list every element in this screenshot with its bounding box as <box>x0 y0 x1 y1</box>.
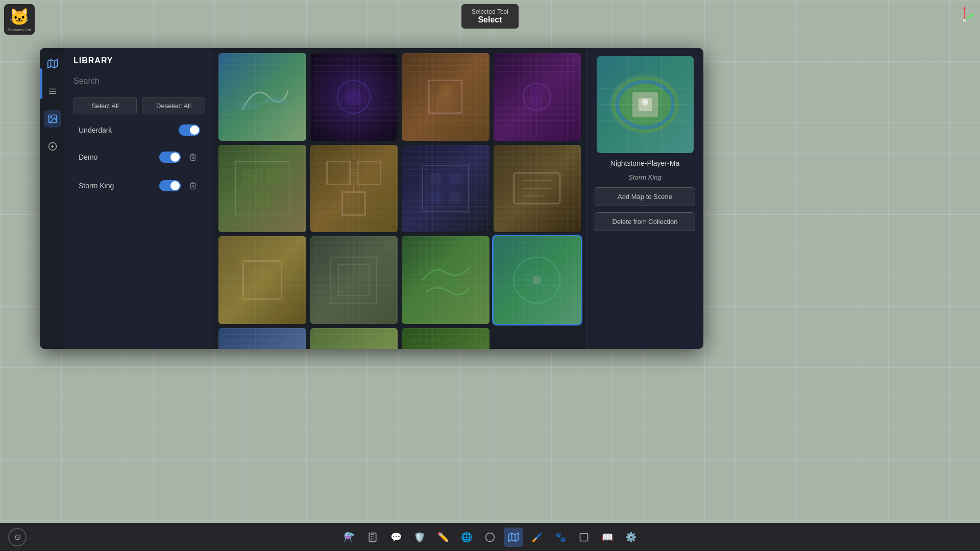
map-thumb-dungeon-map[interactable] <box>310 145 398 233</box>
toolbar-token-button[interactable] <box>574 528 594 547</box>
app-title: Bansheo Cat <box>8 28 31 32</box>
panel-controls: − ⛶ ✕ <box>901 55 940 65</box>
collection-item-demo: Demo <box>74 146 205 168</box>
svg-rect-44 <box>278 257 285 265</box>
close-button[interactable]: ✕ <box>930 55 940 65</box>
bottom-left-button[interactable]: ⊙ <box>8 528 27 546</box>
svg-marker-5 <box>47 60 57 68</box>
svg-rect-36 <box>449 192 461 204</box>
toggle-stormking[interactable] <box>159 180 181 191</box>
sidebar-icon-hamburger[interactable] <box>44 83 61 100</box>
toolbar-calculator-button[interactable] <box>363 528 382 547</box>
accent-strip <box>40 68 42 99</box>
toggle-knob-stormking <box>170 181 180 190</box>
toggle-underdark[interactable] <box>179 124 200 136</box>
toolbar-chat-button[interactable]: 💬 <box>386 528 406 547</box>
svg-rect-27 <box>327 162 350 185</box>
toolbar-settings-button[interactable]: ⚙️ <box>621 528 641 547</box>
collection-name-underdark: Underdark <box>79 126 174 134</box>
map-thumb-coastal2[interactable] <box>218 328 306 349</box>
maps-grid-area[interactable]: Triboar <box>213 48 586 349</box>
sidebar-icon-image[interactable] <box>44 110 61 128</box>
svg-point-50 <box>430 272 438 280</box>
sidebar-icon-plus[interactable] <box>44 138 61 155</box>
collection-name-demo: Demo <box>79 153 154 161</box>
svg-rect-29 <box>342 192 365 215</box>
detail-map-collection: Storm King <box>628 173 661 181</box>
sidebar-icon-map[interactable] <box>44 55 61 72</box>
detail-map-name: Nightstone-Player-Ma <box>610 159 679 167</box>
map-thumb-scroll-map[interactable] <box>494 145 581 233</box>
toolbar-shield-button[interactable]: 🛡️ <box>410 528 429 547</box>
map-thumb-nightstone[interactable] <box>494 236 581 324</box>
map-thumb-purple-forest[interactable] <box>494 53 581 141</box>
toggle-demo[interactable] <box>159 152 181 163</box>
detail-panel: Nightstone-Player-Ma Storm King Add Map … <box>586 48 703 349</box>
toggle-knob-underdark <box>190 126 199 135</box>
collections-panel: LIBRARY Select All Deselect All Underdar… <box>65 48 213 349</box>
toolbar-brush-button[interactable]: 🖌️ <box>527 528 547 547</box>
svg-point-4 <box>963 19 966 22</box>
toolbar-map-button[interactable] <box>504 528 523 547</box>
svg-marker-87 <box>509 533 518 541</box>
delete-demo-button[interactable] <box>186 150 200 164</box>
svg-point-86 <box>486 533 495 541</box>
collection-item-stormking: Storm King <box>74 174 205 197</box>
search-input[interactable] <box>74 73 205 89</box>
svg-rect-22 <box>532 86 543 108</box>
expand-button[interactable]: ⛶ <box>916 55 926 65</box>
svg-point-20 <box>439 84 452 97</box>
toolbar-bubble-button[interactable] <box>480 528 500 547</box>
map-thumb-triboar[interactable]: Triboar <box>310 328 398 349</box>
map-thumb-city-top[interactable] <box>218 145 306 233</box>
toggle-knob-demo <box>170 153 180 162</box>
svg-point-49 <box>346 272 361 288</box>
library-panel: LIBRARY Select All Deselect All Underdar… <box>40 48 703 349</box>
map-thumb-desert-fort[interactable] <box>218 236 306 324</box>
bottom-toolbar: ⊙ ⚗️ 💬 🛡️ ✏️ 🌐 🖌️ 🐾 <box>0 523 980 551</box>
svg-rect-24 <box>243 169 258 185</box>
map-thumb-world-map[interactable] <box>402 236 489 324</box>
svg-point-17 <box>346 89 362 105</box>
toolbar-globe-button[interactable]: 🌐 <box>457 528 476 547</box>
map-thumb-coastal[interactable] <box>218 53 306 141</box>
detail-preview <box>597 56 694 153</box>
minimize-button[interactable]: − <box>901 55 912 65</box>
delete-from-collection-button[interactable]: Delete from Collection <box>595 212 695 231</box>
delete-stormking-button[interactable] <box>186 179 200 193</box>
tooltip-label: Selected Tool <box>472 8 508 15</box>
search-wrapper <box>74 73 205 89</box>
svg-rect-46 <box>278 295 285 303</box>
axis-indicator <box>954 5 975 26</box>
svg-marker-3 <box>971 14 974 17</box>
toolbar-book-button[interactable]: 📖 <box>598 528 617 547</box>
svg-rect-28 <box>358 162 381 185</box>
maps-grid: Triboar <box>218 53 581 349</box>
svg-rect-35 <box>430 192 442 204</box>
panel-title: LIBRARY <box>74 56 205 65</box>
svg-rect-75 <box>369 533 376 541</box>
svg-point-12 <box>50 117 52 118</box>
svg-rect-34 <box>449 173 461 185</box>
deselect-all-button[interactable]: Deselect All <box>142 97 205 114</box>
toolbar-potion-button[interactable]: ⚗️ <box>339 528 359 547</box>
collection-item-underdark: Underdark <box>74 120 205 140</box>
map-thumb-green-lands[interactable] <box>402 328 489 349</box>
selected-tool-tooltip: Selected Tool Select <box>461 4 519 29</box>
select-all-button[interactable]: Select All <box>74 97 137 114</box>
tooltip-tool: Select <box>472 15 508 24</box>
map-thumb-dark-void[interactable] <box>310 53 398 141</box>
add-map-to-scene-button[interactable]: Add Map to Scene <box>595 187 695 206</box>
app-logo: 🐱 Bansheo Cat <box>4 4 35 35</box>
toolbar-pencil-button[interactable]: ✏️ <box>433 528 453 547</box>
map-thumb-castle-interior[interactable] <box>310 236 398 324</box>
panel-sidebar <box>40 48 65 349</box>
map-thumb-tavern[interactable] <box>402 53 489 141</box>
svg-rect-33 <box>430 173 442 185</box>
svg-point-51 <box>448 279 458 289</box>
toolbar-paw-button[interactable]: 🐾 <box>551 528 570 547</box>
svg-rect-90 <box>580 533 588 541</box>
map-thumb-dungeon-dark[interactable] <box>402 145 489 233</box>
svg-rect-26 <box>255 192 270 208</box>
svg-rect-45 <box>239 295 247 303</box>
